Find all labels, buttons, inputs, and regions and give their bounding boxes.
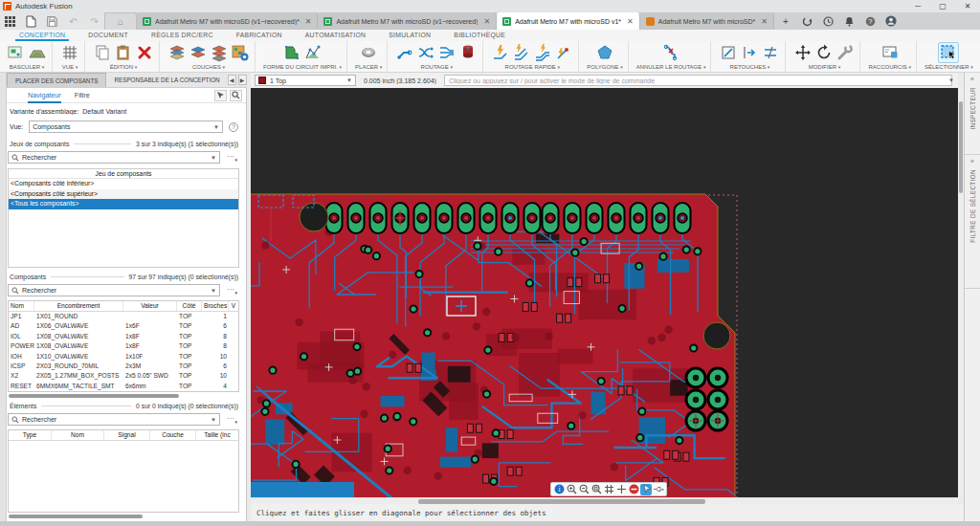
components-count: 97 sur 97 indiqué(s) (0 sélectionné(s)) [129,274,238,280]
close-icon[interactable]: ✕ [955,0,980,12]
toolbar-group-raccourcis[interactable]: RACCOURCIS ▾ [863,41,917,72]
tab-place-components[interactable]: PLACER DES COMPOSANTS [7,73,106,87]
tab-design-manager[interactable]: RESPONSABLE DE LA CONCEPTION [106,73,227,87]
route-flag-icon[interactable] [653,484,664,495]
menu-item[interactable]: FABRICATION [236,30,282,41]
table-row[interactable]: IOL 1X08_OVALWAVE 1x8F TOP 8 [9,332,238,341]
tab-close-icon[interactable]: ✕ [761,17,768,26]
table-row[interactable]: ICSP 2X03_ROUND_70MIL 2x3M TOP 6 [9,362,238,371]
component-sets-count: 3 sur 3 indiqué(s) (1 sélectionné(s)) [136,141,238,147]
table-row[interactable]: JP1 1X01_ROUND TOP 1 [9,312,238,321]
prev-tab-arrow-icon[interactable]: ◀ [228,75,236,85]
tab-close-icon[interactable]: ✕ [483,17,490,26]
toolbar-group-polygone[interactable]: POLYGONE ▾ [582,41,628,72]
list-item[interactable]: <Tous les composants> [9,199,238,209]
toolbar-group-annuler-routage[interactable]: ANNULER LE ROUTAGE ▾ [632,41,712,72]
sync-icon[interactable] [801,15,813,27]
toolbar-group-basculer[interactable]: BASCULER ▾ [2,41,53,72]
toolbar-group-couches[interactable]: COUCHES ▾ [163,41,256,72]
toolbar-group-vue[interactable]: VUE ▾ [56,41,85,72]
list-item[interactable]: <Composants côté inférieur> [9,179,238,189]
clock-icon[interactable] [822,15,834,27]
info-icon[interactable]: i [553,484,565,495]
new-file-icon[interactable] [25,15,37,28]
user-avatar[interactable] [885,15,897,27]
table-row[interactable]: POWER 1X08_OVALWAVE 1x8F TOP 8 [9,341,238,351]
canvas-hscrollbar[interactable] [251,497,958,504]
selection-filter-collapsed-panel[interactable]: « FILTRE DE SÉLECTION [965,155,980,289]
help-circle-icon[interactable]: ? [229,122,238,132]
view-select[interactable]: Composants ▼ [29,121,223,133]
grid-toggle-icon[interactable] [603,484,614,495]
toolbar-group-selectionner[interactable]: SÉLECTIONNER ▾ [920,41,978,72]
fusion-logo-icon [3,2,11,11]
document-tab[interactable]: Adafruit Metro M7 with microSD* ✕ [640,12,774,30]
components-table-hscrollbar[interactable] [9,394,179,398]
expand-panel-icon[interactable]: « [970,158,974,165]
menu-item[interactable]: RÈGLES DRC/ERC [151,30,213,41]
list-item[interactable]: <Composants côté supérieur> [9,189,238,200]
zoom-out-icon[interactable] [578,484,590,495]
chevron-down-icon: ▼ [346,77,352,83]
toolbar-group-edition[interactable]: ÉDITION ▾ [88,41,160,72]
inspector-collapsed-panel[interactable]: « INSPECTEUR [965,73,980,155]
save-icon[interactable] [46,15,58,28]
maximize-icon[interactable]: ▢ [930,0,955,12]
remove-icon[interactable] [628,484,639,495]
new-tab-plus-icon[interactable]: + [780,15,791,27]
redo-icon[interactable]: ↷ [88,15,100,28]
next-tab-arrow-icon[interactable]: ▶ [238,75,247,85]
menu-item[interactable]: BIBLIOTHÈQUE [454,30,505,41]
zoom-find-icon[interactable] [230,90,242,101]
toolbar-group-placer[interactable]: PLACER ▾ [350,41,388,72]
toolbar-group-forme-circuit[interactable]: FORME DU CIRCUIT IMPRI. ▾ [258,41,347,72]
toolbar-group-modifier[interactable]: MODIFIER ▾ [789,41,860,72]
toolbar-group-retouches[interactable]: RETOUCHES ▾ [714,41,786,72]
table-row[interactable]: IOH 1X10_OVALWAVE 1x10F TOP 10 [9,352,238,362]
menu-item[interactable]: CONCEPTION [19,30,65,41]
elements-more-button[interactable]: ···▼ [223,413,238,427]
table-row[interactable]: AD 1X06_OVALWAVE 1x6F TOP 6 [9,321,238,331]
tab-close-icon[interactable]: ✕ [627,17,634,26]
components-more-button[interactable]: ···▼ [223,284,238,297]
home-tab[interactable]: ⌂ [104,12,137,30]
toolbar-group-routage-rapide[interactable]: ROUTAGE RAPIDE ▾ [486,41,579,72]
help-icon[interactable]: ? [864,15,876,27]
menu-item[interactable]: DOCUMENT [88,30,128,41]
table-row[interactable]: C12 0603-NO 0.1uF TOP 2 [9,391,238,392]
minimize-icon[interactable]: ─ [905,0,930,12]
toolbar-group-routage[interactable]: ROUTAGE ▾ [390,41,483,72]
component-sets-search[interactable]: Rechercher ▼ [8,151,220,164]
zoom-fit-icon[interactable] [590,484,602,495]
table-row[interactable]: RESET 6MMX6MM_TACTILE_SMT 6x6mm TOP 4 [9,382,238,391]
command-line-input[interactable] [444,75,952,86]
command-chevron-icon[interactable]: ▼ [948,77,954,83]
document-tab[interactable]: Adafruit Metro M7 with microSD (v1~recov… [318,12,497,30]
menu-item[interactable]: SIMULATION [389,30,431,41]
grid-coordinates: 0.005 inch (3.185 2.604) [364,77,436,84]
app-grid-icon[interactable] [4,15,16,28]
tab-navigateur[interactable]: Navigateur [28,88,61,103]
expand-panel-icon[interactable]: « [970,76,974,83]
elements-table-hscrollbar[interactable] [9,515,143,518]
tab-close-icon[interactable]: ✕ [305,17,312,26]
zoom-in-icon[interactable] [566,484,577,495]
pcb-canvas[interactable]: i [251,88,958,497]
document-tab-active[interactable]: Adafruit Metro M7 with microSD v1* ✕ [497,12,640,30]
crosshair-icon[interactable] [615,484,627,495]
components-search[interactable]: Rechercher ▼ [8,284,220,296]
document-tab[interactable]: Adafruit Metro M7 with microSD (v1~recov… [137,12,318,30]
notifications-bell-icon[interactable] [843,15,855,27]
select-cursor-icon[interactable] [640,484,652,495]
vscroll-thumb[interactable] [959,101,963,193]
component-sets-more-button[interactable]: ···▼ [223,151,238,164]
select-probe-icon[interactable] [214,90,227,101]
elements-search[interactable]: Rechercher ▼ [8,413,220,426]
panel-tab-arrows: ◀ ▶ [228,73,249,87]
home-icon: ⌂ [118,16,123,27]
menu-item[interactable]: AUTOMATISATION [305,30,367,41]
table-row[interactable]: X2 2X05_1.27MM_BOX_POSTS 2x5 0.05" SWD T… [9,371,238,381]
layer-select[interactable]: 1 Top ▼ [255,75,356,86]
undo-icon[interactable]: ↶ [67,15,79,28]
tab-filtre[interactable]: Filtre [75,88,90,103]
